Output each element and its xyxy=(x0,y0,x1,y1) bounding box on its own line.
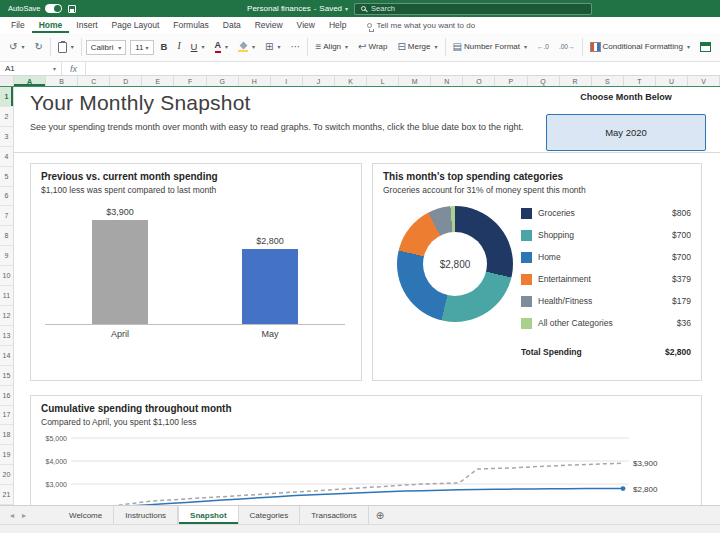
legend-total-row: Total Spending $2,800 xyxy=(521,347,691,357)
undo-button[interactable]: ↺ xyxy=(6,40,27,54)
page-subtitle: See your spending trends month over mont… xyxy=(30,121,546,134)
number-format-button[interactable]: ▤Number Format xyxy=(450,40,530,54)
column-header-N[interactable]: N xyxy=(431,76,463,86)
row-header-20[interactable]: 20 xyxy=(0,465,13,485)
ribbon-tab-view[interactable]: View xyxy=(290,17,322,33)
column-header-T[interactable]: T xyxy=(624,76,656,86)
ribbon-tab-page-layout[interactable]: Page Layout xyxy=(105,17,167,33)
column-header-S[interactable]: S xyxy=(592,76,624,86)
row-header-9[interactable]: 9 xyxy=(0,246,13,266)
column-header-O[interactable]: O xyxy=(463,76,495,86)
tab-scroll-right-icon[interactable]: ▸ xyxy=(22,511,26,520)
column-header-U[interactable]: U xyxy=(656,76,688,86)
row-header-6[interactable]: 6 xyxy=(0,187,13,207)
row-header-13[interactable]: 13 xyxy=(0,326,13,346)
format-as-table-button[interactable] xyxy=(697,40,714,54)
row-header-18[interactable]: 18 xyxy=(0,425,13,445)
line-chart-card[interactable]: Cumulative spending throughout month Com… xyxy=(30,395,702,505)
column-header-V[interactable]: V xyxy=(688,76,720,86)
document-title[interactable]: Personal finances - Saved ▾ xyxy=(247,4,348,13)
underline-button[interactable]: U xyxy=(188,40,208,54)
sheet-tab-categories[interactable]: Categories xyxy=(239,506,301,524)
column-header-Q[interactable]: Q xyxy=(528,76,560,86)
ribbon-tab-home[interactable]: Home xyxy=(32,17,70,33)
row-header-11[interactable]: 11 xyxy=(0,286,13,306)
column-header-R[interactable]: R xyxy=(560,76,592,86)
row-header-21[interactable]: 21 xyxy=(0,485,13,505)
font-size-select[interactable]: 11 xyxy=(130,40,153,55)
more-font-options-button[interactable]: ⋯ xyxy=(287,40,303,54)
insert-function-button[interactable]: fx xyxy=(62,62,86,75)
row-header-1[interactable]: 1 xyxy=(0,87,13,107)
sheet-tab-welcome[interactable]: Welcome xyxy=(58,506,114,524)
font-color-button[interactable]: A xyxy=(212,39,232,55)
row-header-7[interactable]: 7 xyxy=(0,206,13,226)
paste-button[interactable] xyxy=(55,40,77,55)
add-sheet-button[interactable]: ⊕ xyxy=(369,506,391,524)
column-header-I[interactable]: I xyxy=(271,76,303,86)
row-header-12[interactable]: 12 xyxy=(0,306,13,326)
redo-button[interactable]: ↻ xyxy=(31,40,45,54)
row-header-14[interactable]: 14 xyxy=(0,346,13,366)
borders-button[interactable]: ⊞ xyxy=(262,40,283,54)
lightbulb-icon xyxy=(367,23,372,28)
row-header-16[interactable]: 16 xyxy=(0,386,13,406)
column-header-P[interactable]: P xyxy=(495,76,527,86)
column-header-J[interactable]: J xyxy=(303,76,335,86)
select-all-corner[interactable] xyxy=(0,76,14,86)
sheet-tab-snapshot[interactable]: Snapshot xyxy=(178,506,238,524)
donut-chart-card[interactable]: This month's top spending categories Gro… xyxy=(372,163,702,381)
merge-button[interactable]: ⊟Merge xyxy=(394,40,440,54)
formula-input[interactable] xyxy=(86,62,720,75)
legend-swatch xyxy=(521,318,532,329)
align-button[interactable]: ≡Align xyxy=(312,40,351,54)
row-header-8[interactable]: 8 xyxy=(0,226,13,246)
row-header-10[interactable]: 10 xyxy=(0,266,13,286)
italic-button[interactable]: I xyxy=(174,40,183,54)
search-input[interactable]: Search xyxy=(354,3,592,15)
font-name-select[interactable]: Calibri xyxy=(86,40,126,55)
ribbon-tab-help[interactable]: Help xyxy=(322,17,353,33)
column-header-H[interactable]: H xyxy=(239,76,271,86)
fill-color-button[interactable] xyxy=(235,40,258,54)
decrease-decimal-button[interactable]: .00→ xyxy=(556,42,578,53)
column-header-C[interactable]: C xyxy=(78,76,110,86)
row-header-4[interactable]: 4 xyxy=(0,147,13,167)
bar-chart-card[interactable]: Previous vs. current month spending $1,1… xyxy=(30,163,362,381)
wrap-button[interactable]: ↩Wrap xyxy=(355,40,390,54)
save-icon[interactable] xyxy=(68,5,76,13)
font-color-icon: A xyxy=(215,41,222,53)
bold-button[interactable]: B xyxy=(158,40,171,54)
conditional-formatting-button[interactable]: Conditional Formatting xyxy=(587,40,694,54)
row-header-2[interactable]: 2 xyxy=(0,107,13,127)
autosave-control[interactable]: AutoSave xyxy=(8,4,62,13)
ribbon-tab-insert[interactable]: Insert xyxy=(69,17,104,33)
sheet-tab-instructions[interactable]: Instructions xyxy=(114,506,178,524)
increase-decimal-button[interactable]: ←.0 xyxy=(534,42,552,53)
row-header-5[interactable]: 5 xyxy=(0,167,13,187)
column-header-B[interactable]: B xyxy=(46,76,78,86)
ribbon-tab-data[interactable]: Data xyxy=(216,17,248,33)
column-header-A[interactable]: A xyxy=(14,76,46,86)
column-header-F[interactable]: F xyxy=(174,76,206,86)
month-selector[interactable]: May 2020 xyxy=(546,114,706,151)
column-header-E[interactable]: E xyxy=(142,76,174,86)
column-header-D[interactable]: D xyxy=(110,76,142,86)
column-header-L[interactable]: L xyxy=(367,76,399,86)
tab-scroll-left-icon[interactable]: ◂ xyxy=(10,511,14,520)
row-header-17[interactable]: 17 xyxy=(0,406,13,426)
column-header-M[interactable]: M xyxy=(399,76,431,86)
autosave-toggle[interactable] xyxy=(45,4,62,13)
ribbon-tab-file[interactable]: File xyxy=(4,17,32,33)
ribbon-tab-review[interactable]: Review xyxy=(248,17,290,33)
name-box[interactable]: A1 ▾ xyxy=(0,62,62,75)
row-header-3[interactable]: 3 xyxy=(0,127,13,147)
sheet-tab-bar: ◂ ▸ WelcomeInstructionsSnapshotCategorie… xyxy=(0,505,720,524)
column-header-G[interactable]: G xyxy=(207,76,239,86)
column-header-K[interactable]: K xyxy=(335,76,367,86)
row-header-19[interactable]: 19 xyxy=(0,445,13,465)
sheet-tab-transactions[interactable]: Transactions xyxy=(300,506,369,524)
ribbon-tab-formulas[interactable]: Formulas xyxy=(166,17,215,33)
tell-me-box[interactable]: Tell me what you want to do xyxy=(367,17,475,33)
row-header-15[interactable]: 15 xyxy=(0,366,13,386)
